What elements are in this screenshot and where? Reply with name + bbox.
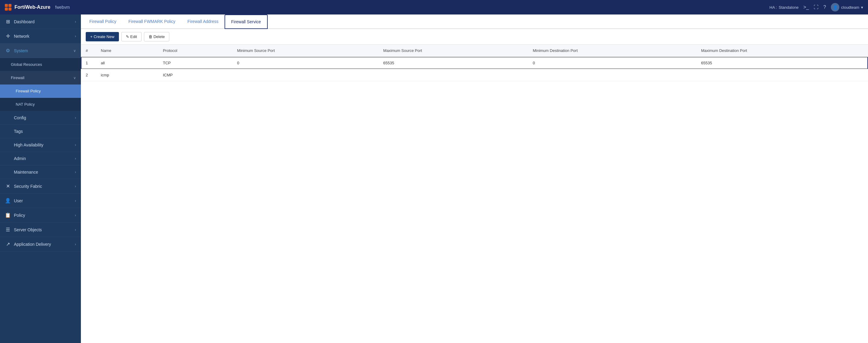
sidebar-item-global-resources[interactable]: Global Resources: [0, 58, 81, 71]
sidebar-item-dashboard[interactable]: ⊞ Dashboard ›: [0, 14, 81, 29]
col-min-src: Minimum Source Port: [232, 45, 378, 57]
user-avatar: 👤: [831, 3, 839, 11]
sidebar: ⊞ Dashboard › ✛ Network › ⚙ System ∨: [0, 14, 81, 343]
sidebar-label-firewall: Firewall: [11, 75, 25, 80]
col-max-dst: Maximum Destination Port: [696, 45, 868, 57]
col-name: Name: [96, 45, 158, 57]
sidebar-item-high-availability[interactable]: High Availability ›: [0, 138, 81, 152]
sidebar-item-server-objects[interactable]: ☰ Server Objects ›: [0, 222, 81, 237]
app-delivery-icon: ↗: [5, 241, 11, 247]
sidebar-item-network[interactable]: ✛ Network ›: [0, 29, 81, 43]
chevron-down-icon: ∨: [73, 76, 76, 80]
row-1-cell-4: [378, 69, 528, 81]
edit-button[interactable]: ✎ Edit: [121, 32, 142, 41]
sidebar-label-dashboard: Dashboard: [14, 19, 35, 24]
sidebar-item-firewall-policy[interactable]: Firewall Policy: [0, 85, 81, 98]
top-header: FortiWeb-Azure fwebvm HA : Standalone >_…: [0, 0, 868, 14]
table-header-row: # Name Protocol Minimum Source Port Maxi…: [81, 45, 868, 57]
sidebar-item-nat-policy[interactable]: NAT Policy: [0, 98, 81, 111]
ha-status: HA : Standalone: [770, 5, 799, 10]
user-dropdown-icon: ▾: [861, 5, 863, 10]
create-new-label: + Create New: [90, 34, 114, 39]
sidebar-label-policy: Policy: [14, 213, 25, 218]
chevron-right-icon: ›: [75, 184, 76, 188]
fullscreen-icon[interactable]: ⛶: [814, 4, 818, 10]
chevron-right-icon: ›: [75, 156, 76, 161]
sidebar-item-admin[interactable]: Admin ›: [0, 152, 81, 165]
table-area: # Name Protocol Minimum Source Port Maxi…: [81, 45, 868, 343]
app-logo: [5, 4, 11, 10]
chevron-right-icon: ›: [75, 213, 76, 217]
user-menu[interactable]: 👤 cloudteam ▾: [831, 3, 863, 11]
sidebar-label-security-fabric: Security Fabric: [14, 184, 42, 189]
delete-label: 🗑 Delete: [149, 34, 165, 39]
table-row[interactable]: 2icmpICMP: [81, 69, 868, 81]
sidebar-item-application-delivery[interactable]: ↗ Application Delivery ›: [0, 237, 81, 251]
tab-bar: Firewall Policy Firewall FWMARK Policy F…: [81, 14, 868, 29]
row-0-cell-1: all: [96, 57, 158, 69]
app-hostname: fwebvm: [55, 5, 70, 10]
sidebar-label-admin: Admin: [14, 156, 26, 161]
row-1-cell-1: icmp: [96, 69, 158, 81]
chevron-right-icon: ›: [75, 20, 76, 24]
row-1-cell-0: 2: [81, 69, 96, 81]
chevron-right-icon: ›: [75, 116, 76, 120]
sidebar-label-server-objects: Server Objects: [14, 227, 42, 232]
chevron-right-icon: ›: [75, 170, 76, 174]
row-0-cell-2: TCP: [158, 57, 232, 69]
chevron-down-icon: ∨: [73, 49, 76, 53]
security-fabric-icon: ✕: [5, 183, 11, 189]
tab-firewall-address[interactable]: Firewall Address: [181, 15, 224, 29]
create-new-button[interactable]: + Create New: [86, 32, 119, 41]
delete-button[interactable]: 🗑 Delete: [144, 32, 169, 41]
policy-icon: 📋: [5, 212, 11, 218]
sidebar-label-application-delivery: Application Delivery: [14, 242, 51, 247]
help-icon[interactable]: ?: [823, 4, 826, 10]
sidebar-item-firewall[interactable]: Firewall ∨: [0, 71, 81, 85]
server-objects-icon: ☰: [5, 227, 11, 232]
ha-label: HA :: [770, 5, 777, 10]
content-area: Firewall Policy Firewall FWMARK Policy F…: [81, 14, 868, 343]
row-1-cell-2: ICMP: [158, 69, 232, 81]
sidebar-item-tags[interactable]: Tags: [0, 125, 81, 138]
sidebar-item-maintenance[interactable]: Maintenance ›: [0, 165, 81, 179]
firewall-service-table: # Name Protocol Minimum Source Port Maxi…: [81, 45, 868, 81]
dashboard-icon: ⊞: [5, 19, 11, 25]
col-min-dst: Minimum Destination Port: [528, 45, 696, 57]
sidebar-item-policy[interactable]: 📋 Policy ›: [0, 208, 81, 222]
sidebar-item-config[interactable]: Config ›: [0, 111, 81, 125]
header-right: HA : Standalone >_ ⛶ ? 👤 cloudteam ▾: [770, 3, 864, 11]
sidebar-label-ha: High Availability: [14, 143, 43, 147]
row-0-cell-6: 65535: [696, 57, 868, 69]
terminal-icon[interactable]: >_: [803, 4, 809, 10]
table-row[interactable]: 1allTCP065535065535: [81, 57, 868, 69]
sidebar-label-network: Network: [14, 34, 29, 39]
row-1-cell-3: [232, 69, 378, 81]
sidebar-label-firewall-policy: Firewall Policy: [16, 89, 41, 93]
edit-label: ✎ Edit: [126, 34, 137, 39]
row-1-cell-5: [528, 69, 696, 81]
network-icon: ✛: [5, 33, 11, 39]
row-0-cell-5: 0: [528, 57, 696, 69]
sidebar-label-system: System: [14, 48, 28, 53]
sidebar-item-security-fabric[interactable]: ✕ Security Fabric ›: [0, 179, 81, 193]
row-1-cell-6: [696, 69, 868, 81]
col-protocol: Protocol: [158, 45, 232, 57]
system-icon: ⚙: [5, 48, 11, 54]
sidebar-label-user: User: [14, 198, 23, 203]
chevron-right-icon: ›: [75, 199, 76, 203]
sidebar-label-global-resources: Global Resources: [11, 62, 42, 67]
tab-firewall-fwmark[interactable]: Firewall FWMARK Policy: [122, 15, 181, 29]
chevron-right-icon: ›: [75, 228, 76, 232]
sidebar-label-tags: Tags: [14, 129, 23, 134]
main-layout: ⊞ Dashboard › ✛ Network › ⚙ System ∨: [0, 14, 868, 343]
col-max-src: Maximum Source Port: [378, 45, 528, 57]
sidebar-label-maintenance: Maintenance: [14, 170, 38, 175]
tab-firewall-policy[interactable]: Firewall Policy: [83, 15, 122, 29]
ha-value: Standalone: [779, 5, 799, 10]
sidebar-item-user[interactable]: 👤 User ›: [0, 193, 81, 208]
row-0-cell-0: 1: [81, 57, 96, 69]
tab-firewall-service[interactable]: Firewall Service: [224, 14, 268, 29]
sidebar-item-system[interactable]: ⚙ System ∨: [0, 43, 81, 58]
chevron-right-icon: ›: [75, 242, 76, 246]
